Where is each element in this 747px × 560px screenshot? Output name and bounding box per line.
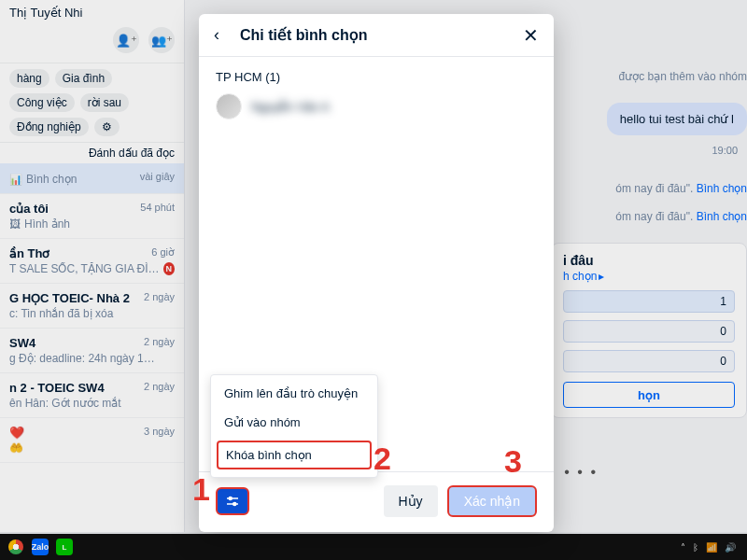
confirm-button[interactable]: Xác nhận <box>447 485 537 517</box>
avatar <box>216 93 242 119</box>
sliders-icon <box>224 493 241 510</box>
modal-footer: Hủy Xác nhận <box>199 471 554 532</box>
svg-point-3 <box>233 503 236 506</box>
voter-row[interactable]: Nguyễn Văn A <box>216 93 537 119</box>
menu-item-lock-poll[interactable]: Khóa bình chọn <box>217 441 372 469</box>
cancel-button[interactable]: Hủy <box>384 485 438 517</box>
annotation-2: 2 <box>374 441 391 477</box>
modal-title: Chi tiết bình chọn <box>240 26 367 44</box>
svg-point-1 <box>229 497 232 500</box>
settings-button[interactable] <box>216 487 249 515</box>
back-icon[interactable]: ‹ <box>214 25 231 45</box>
annotation-1: 1 <box>192 471 210 508</box>
close-icon[interactable]: ✕ <box>523 26 539 45</box>
modal-header: ‹ Chi tiết bình chọn ✕ <box>199 14 554 57</box>
menu-item-send-group[interactable]: Gửi vào nhóm <box>211 408 377 437</box>
settings-popover: Ghim lên đầu trò chuyện Gửi vào nhóm Khó… <box>210 374 378 478</box>
voter-name: Nguyễn Văn A <box>251 100 330 114</box>
annotation-3: 3 <box>504 443 522 480</box>
poll-option-header: TP HCM (1) <box>216 70 537 84</box>
menu-item-pin[interactable]: Ghim lên đầu trò chuyện <box>211 379 377 408</box>
